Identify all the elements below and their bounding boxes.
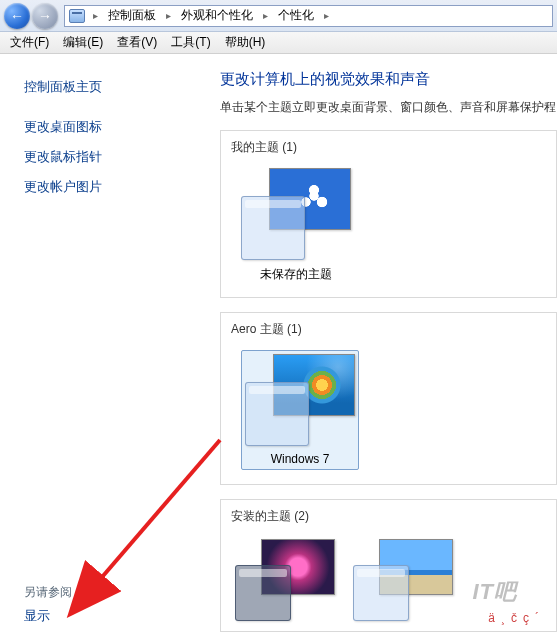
sidebar-link-desktop-icons[interactable]: 更改桌面图标 xyxy=(24,112,198,142)
theme-unsaved[interactable]: 未保存的主题 xyxy=(241,168,351,283)
footer-glyphs: ä¸čç´ xyxy=(488,611,545,625)
sidebar-link-mouse-pointers[interactable]: 更改鼠标指针 xyxy=(24,142,198,172)
breadcrumb-item-0[interactable]: 控制面板 xyxy=(106,7,158,24)
my-themes-title: 我的主题 (1) xyxy=(231,139,546,156)
window-color-preview xyxy=(241,196,305,260)
breadcrumb-item-1[interactable]: 外观和个性化 xyxy=(179,7,255,24)
breadcrumb-field[interactable]: ▸ 控制面板 ▸ 外观和个性化 ▸ 个性化 ▸ xyxy=(64,5,553,27)
address-bar: ← → ▸ 控制面板 ▸ 外观和个性化 ▸ 个性化 ▸ xyxy=(0,0,557,32)
chevron-right-icon: ▸ xyxy=(162,10,175,21)
nav-buttons: ← → xyxy=(4,3,58,29)
page-description: 单击某个主题立即更改桌面背景、窗口颜色、声音和屏幕保护程 xyxy=(220,99,557,116)
breadcrumb-item-2[interactable]: 个性化 xyxy=(276,7,316,24)
chevron-right-icon: ▸ xyxy=(89,10,102,21)
chevron-right-icon: ▸ xyxy=(320,10,333,21)
theme-label: 未保存的主题 xyxy=(241,260,351,283)
theme-label: Windows 7 xyxy=(245,446,355,466)
see-also-display-link[interactable]: 显示 xyxy=(24,601,198,625)
theme-windows7[interactable]: Windows 7 xyxy=(241,350,359,470)
control-panel-icon xyxy=(69,9,85,23)
page-heading: 更改计算机上的视觉效果和声音 xyxy=(220,70,557,89)
window-color-preview xyxy=(245,382,309,446)
theme-installed-1[interactable] xyxy=(235,539,335,621)
main-layout: 控制面板主页 更改桌面图标 更改鼠标指针 更改帐户图片 另请参阅 显示 更改计算… xyxy=(0,54,557,633)
theme-thumbnail xyxy=(241,168,351,260)
menu-bar: 文件(F) 编辑(E) 查看(V) 工具(T) 帮助(H) xyxy=(0,32,557,54)
see-also-label: 另请参阅 xyxy=(24,584,198,601)
content-area: 更改计算机上的视觉效果和声音 单击某个主题立即更改桌面背景、窗口颜色、声音和屏幕… xyxy=(210,54,557,633)
menu-tools[interactable]: 工具(T) xyxy=(165,32,216,53)
arrow-right-icon: → xyxy=(38,8,52,24)
theme-thumbnail xyxy=(245,354,355,446)
my-themes-group: 我的主题 (1) 未保存的主题 xyxy=(220,130,557,298)
sidebar-home[interactable]: 控制面板主页 xyxy=(24,72,198,102)
menu-edit[interactable]: 编辑(E) xyxy=(57,32,109,53)
window-color-preview xyxy=(235,565,291,621)
chevron-right-icon: ▸ xyxy=(259,10,272,21)
sidebar-link-account-picture[interactable]: 更改帐户图片 xyxy=(24,172,198,202)
theme-installed-2[interactable] xyxy=(353,539,453,621)
sidebar: 控制面板主页 更改桌面图标 更改鼠标指针 更改帐户图片 另请参阅 显示 xyxy=(0,54,210,633)
back-button[interactable]: ← xyxy=(4,3,30,29)
menu-file[interactable]: 文件(F) xyxy=(4,32,55,53)
menu-view[interactable]: 查看(V) xyxy=(111,32,163,53)
aero-themes-group: Aero 主题 (1) Windows 7 xyxy=(220,312,557,485)
arrow-left-icon: ← xyxy=(10,8,24,24)
menu-help[interactable]: 帮助(H) xyxy=(219,32,272,53)
window-color-preview xyxy=(353,565,409,621)
installed-themes-title: 安装的主题 (2) xyxy=(231,508,546,525)
watermark: IT吧 xyxy=(472,577,517,607)
forward-button[interactable]: → xyxy=(32,3,58,29)
aero-themes-title: Aero 主题 (1) xyxy=(231,321,546,338)
